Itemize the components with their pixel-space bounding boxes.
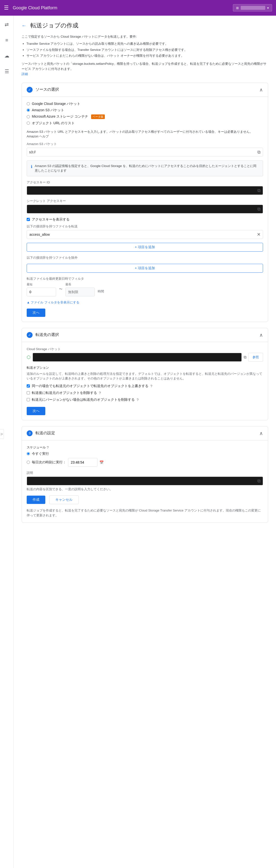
transfer-options: 転送オプション 追加のルールを設定して、転送時の上書きと削除の処理方法を指定でき…	[27, 366, 263, 402]
dest-bucket-field: Cloud Storage バケット ⬡ ⧉ 参照	[27, 347, 263, 362]
info-text: Amazon S3 の認証情報を指定すると、Google Cloud Stora…	[35, 163, 259, 173]
source-section-card: ✓ ソースの選択 ∧ Google Cloud Storage バケット Ama…	[22, 83, 268, 322]
delete-dest-label: 転送元にバージョンがない場合は転送先のオブジェクトを削除する	[32, 398, 135, 402]
source-section-chevron[interactable]: ∧	[259, 87, 263, 93]
destination-section-card: ✓ 転送先の選択 ∧ Cloud Storage バケット ⬡ ⧉ 参照 転送オ…	[22, 328, 268, 420]
toggle-filter-link[interactable]: ▲ ファイル フィルタを非表示にする	[27, 300, 263, 305]
s3-help-link[interactable]: Amazon ヘルプ	[27, 134, 49, 138]
source-radio-s3[interactable]	[27, 108, 30, 112]
sidebar: ⇄ ≡ ☁ ☰	[0, 16, 14, 868]
copy-icon[interactable]: ⧉	[257, 149, 260, 155]
hamburger-icon[interactable]: ☰	[4, 5, 9, 11]
source-radio-gcs[interactable]	[27, 102, 30, 105]
browse-button[interactable]: 参照	[248, 353, 263, 362]
dest-bucket-redacted	[33, 353, 242, 362]
requirement-item: ソースファイルを削除する場合は、Transfer Service アカウントには…	[26, 48, 268, 53]
filter-min-input[interactable]	[27, 287, 56, 296]
overwrite-checkbox[interactable]	[27, 384, 30, 388]
description-copy-icon[interactable]: ⧉	[257, 478, 260, 484]
settings-section-number: 3	[27, 430, 33, 436]
sidebar-item-dashboard[interactable]: ≡	[2, 35, 12, 45]
description-hint: 転送の内容を区別できる、一意の説明を入力してください。	[27, 487, 263, 492]
schedule-now-radio[interactable]	[27, 452, 30, 455]
info-icon: ℹ	[31, 164, 32, 173]
dest-next-button[interactable]: 次へ	[27, 407, 45, 415]
add-include-item-button[interactable]: + 項目を追加	[27, 243, 263, 252]
exclude-prefix-label: 以下の接頭辞を持つファイルを除外	[27, 255, 263, 260]
source-radio-url[interactable]	[27, 122, 30, 125]
overwrite-help-icon[interactable]: ?	[150, 384, 152, 388]
detail-link[interactable]: 詳細	[22, 72, 28, 76]
app-title: Google Cloud Platform	[13, 5, 229, 10]
intro-section: ここで指定するソースから Cloud Storage バケットにデータを転送しま…	[22, 34, 268, 77]
delete-src-checkbox[interactable]	[27, 391, 30, 394]
source-check-icon: ✓	[27, 87, 33, 93]
delete-dest-option[interactable]: 転送元にバージョンがない場合は転送先のオブジェクトを削除する ?	[27, 398, 263, 402]
sidebar-collapse-btn[interactable]: |>	[0, 429, 4, 439]
destination-section-chevron[interactable]: ∧	[259, 332, 263, 338]
schedule-field: スケジュール ? 今すぐ実行 毎日次の時刻に実行： 📅	[27, 445, 263, 467]
delete-dest-checkbox[interactable]	[27, 398, 30, 401]
copy-key-icon[interactable]: ⧉	[257, 188, 260, 193]
source-option-gcs[interactable]: Google Cloud Storage バケット	[27, 102, 263, 106]
dest-bucket-label: Cloud Storage バケット	[27, 347, 263, 351]
source-option-azure[interactable]: Microsoft Azure ストレージ コンテナ ベータ版	[27, 115, 263, 119]
calendar-icon[interactable]: 📅	[100, 460, 104, 464]
dest-bucket-copy-icon[interactable]: ⧉	[244, 355, 246, 360]
transfer-options-desc: 追加のルールを設定して、転送時の上書きと削除の処理方法を指定できます。デフォルト…	[27, 371, 263, 381]
include-prefix-input-row: ✕	[27, 230, 263, 239]
copy-secret-icon[interactable]: ⧉	[257, 206, 260, 212]
include-prefix-label: 以下の接頭辞を持つファイルを転送	[27, 224, 263, 228]
schedule-now-option[interactable]: 今すぐ実行	[27, 452, 263, 456]
create-button[interactable]: 作成	[27, 496, 45, 504]
back-button[interactable]: ←	[22, 23, 26, 28]
source-radio-group: Google Cloud Storage バケット Amazon S3 バケット…	[27, 102, 263, 125]
schedule-label: スケジュール ?	[27, 445, 263, 450]
s3-bucket-label: Amazon S3 バケット	[27, 142, 263, 146]
project-selector[interactable]: ⊞ ▾	[233, 4, 272, 11]
action-buttons-row: 作成 キャンセル	[27, 495, 263, 504]
sidebar-item-cloud[interactable]: ☁	[2, 51, 12, 61]
source-option-s3[interactable]: Amazon S3 バケット	[27, 108, 263, 113]
source-radio-azure[interactable]	[27, 115, 30, 118]
delete-src-option[interactable]: 転送後に転送元のオブジェクトを削除する ?	[27, 391, 263, 395]
destination-section-title: 転送先の選択	[35, 332, 256, 337]
beta-badge: ベータ版	[91, 115, 105, 119]
delete-dest-help-icon[interactable]: ?	[137, 398, 139, 402]
schedule-help-icon[interactable]: ?	[47, 445, 49, 450]
settings-section-header: 3 転送の設定 ∧	[22, 427, 268, 440]
show-key-checkbox-row[interactable]: アクセスキーを表示する	[27, 217, 263, 222]
filter-unit: 時間	[98, 289, 104, 293]
date-filter-field: 転送ファイルを最終更新日時でフィルタ 最短 〜 最長 時間	[27, 277, 263, 296]
remove-tag-icon[interactable]: ✕	[257, 232, 260, 237]
sidebar-item-menu[interactable]: ☰	[2, 66, 12, 76]
dest-bucket-input-row: ⬡ ⧉ 参照	[27, 353, 263, 362]
source-option-s3-label: Amazon S3 バケット	[32, 108, 64, 113]
settings-section-chevron[interactable]: ∧	[259, 430, 263, 436]
source-next-button[interactable]: 次へ	[27, 309, 45, 317]
secret-key-label: シークレット アクセスキー	[27, 199, 263, 203]
source-section-title: ソースの選択	[35, 87, 256, 92]
chevron-down-icon: ▾	[267, 6, 269, 10]
schedule-daily-radio[interactable]	[27, 461, 30, 464]
show-key-label: アクセスキーを表示する	[32, 217, 70, 222]
sidebar-item-transfer[interactable]: ⇄	[2, 20, 12, 29]
add-exclude-item-button[interactable]: + 項目を追加	[27, 264, 263, 273]
page-title: 転送ジョブの作成	[30, 22, 78, 29]
time-input[interactable]	[68, 458, 98, 467]
s3-bucket-input[interactable]	[27, 148, 263, 156]
overwrite-label: 同一の場合でも転送元のオブジェクトで転送先のオブジェクトを上書きする	[32, 384, 148, 388]
include-prefix-field: 以下の接頭辞を持つファイルを転送 ✕	[27, 224, 263, 239]
intro-text: ここで指定するソースから Cloud Storage バケットにデータを転送しま…	[22, 34, 268, 39]
show-key-checkbox[interactable]	[27, 218, 30, 221]
delete-src-help-icon[interactable]: ?	[99, 391, 101, 395]
footer-note: 転送ジョブを作成すると、転送を完了するために必要なソースと宛先の権限が Clou…	[27, 508, 263, 518]
cancel-button[interactable]: キャンセル	[49, 495, 79, 504]
schedule-daily-option[interactable]: 毎日次の時刻に実行： 📅	[27, 458, 263, 467]
include-prefix-input[interactable]	[27, 230, 263, 239]
overwrite-option[interactable]: 同一の場合でも転送元のオブジェクトで転送先のオブジェクトを上書きする ?	[27, 384, 263, 388]
filter-max-input[interactable]	[65, 287, 95, 296]
source-option-url[interactable]: オブジェクト URL のリスト	[27, 121, 263, 125]
schedule-radio-group: 今すぐ実行 毎日次の時刻に実行： 📅	[27, 452, 263, 467]
access-key-input-row: ⧉	[27, 186, 263, 195]
